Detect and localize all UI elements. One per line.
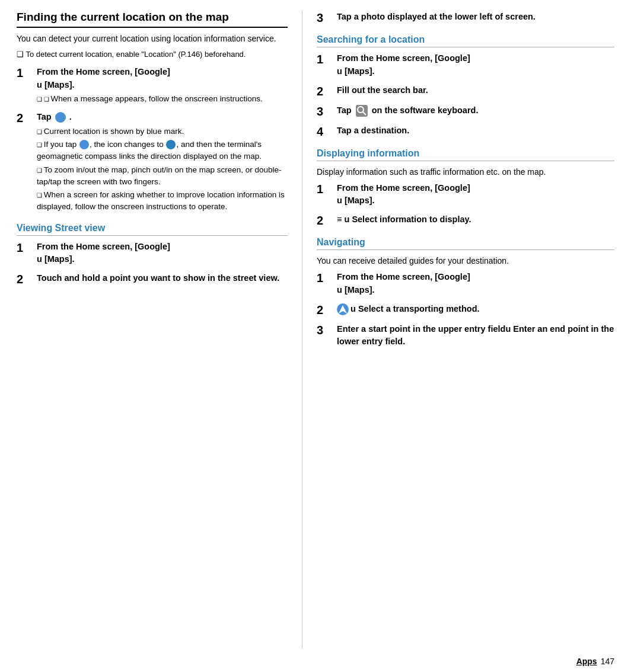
step-1-num: 1 — [17, 66, 33, 80]
locate-icon — [55, 112, 66, 123]
intro-para-1: You can detect your current location usi… — [17, 33, 288, 45]
left-column: Finding the current location on the map … — [0, 11, 302, 648]
search-step-3-content: Tap on the software keyboard. — [337, 104, 478, 117]
step-1-block: 1 From the Home screen, [Google]u [Maps]… — [17, 66, 288, 105]
search-step-1-num: 1 — [317, 52, 333, 66]
searching-divider — [317, 47, 614, 47]
sv-step-2-content: Touch and hold a point you want to show … — [37, 272, 279, 285]
svg-line-1 — [363, 112, 366, 115]
svg-marker-2 — [339, 305, 347, 313]
compass-icon — [166, 140, 176, 149]
search-step-4-block: 4 Tap a destination. — [317, 124, 614, 139]
tap-photo-num: 3 — [317, 11, 333, 25]
disp-step-1-num: 1 — [317, 182, 333, 196]
navigating-intro: You can receive detailed guides for your… — [317, 255, 614, 267]
right-column: 3 Tap a photo displayed at the lower lef… — [302, 11, 631, 648]
disp-step-2-block: 2 ≡ u Select information to display. — [317, 213, 614, 228]
search-step-2-content: Fill out the search bar. — [337, 84, 428, 97]
main-heading: Finding the current location on the map — [17, 11, 288, 24]
search-icon-inline — [356, 105, 368, 117]
navigating-heading: Navigating — [317, 237, 614, 248]
nav-step-2-content: u Select a transporting method. — [337, 303, 480, 316]
disp-step-2-num: 2 — [317, 213, 333, 228]
displaying-divider — [317, 161, 614, 161]
searching-heading: Searching for a location — [317, 34, 614, 45]
search-step-3-num: 3 — [317, 104, 333, 119]
displaying-intro: Display information such as traffic info… — [317, 166, 614, 178]
step-2-num: 2 — [17, 111, 33, 125]
sv-step-1-block: 1 From the Home screen, [Google]u [Maps]… — [17, 241, 288, 267]
nav-step-3-num: 3 — [317, 323, 333, 337]
search-step-4-num: 4 — [317, 124, 333, 139]
search-step-2-block: 2 Fill out the search bar. — [317, 84, 614, 98]
sv-step-1-num: 1 — [17, 241, 33, 255]
main-divider — [17, 27, 288, 28]
nav-step-3-block: 3 Enter a start point in the upper entry… — [317, 323, 614, 349]
search-step-2-num: 2 — [317, 84, 333, 98]
nav-step-2-num: 2 — [317, 303, 333, 317]
search-step-1-content: From the Home screen, [Google]u [Maps]. — [337, 52, 470, 78]
step-2-content: Tap . ❑ Current location is shown by blu… — [37, 111, 288, 213]
nav-step-3-content: Enter a start point in the upper entry f… — [337, 323, 614, 349]
intro-note-1: ❑ To detect current location, enable "Lo… — [17, 49, 288, 60]
displaying-heading: Displaying information — [317, 148, 614, 159]
navigating-divider — [317, 249, 614, 250]
street-view-heading: Viewing Street view — [17, 223, 288, 233]
step-1-content: From the Home screen, [Google]u [Maps]. … — [37, 66, 263, 105]
search-step-3-block: 3 Tap on the software keyboard. — [317, 104, 614, 119]
search-step-1-block: 1 From the Home screen, [Google]u [Maps]… — [317, 52, 614, 78]
nav-step-1-block: 1 From the Home screen, [Google]u [Maps]… — [317, 271, 614, 297]
disp-step-2-content: ≡ u Select information to display. — [337, 213, 471, 226]
sv-step-2-block: 2 Touch and hold a point you want to sho… — [17, 272, 288, 286]
footer-apps-label: Apps — [576, 657, 597, 666]
nav-icon-inline — [337, 303, 349, 315]
tap-photo-content: Tap a photo displayed at the lower left … — [337, 11, 536, 24]
search-step-4-content: Tap a destination. — [337, 124, 409, 137]
page-footer: Apps 147 — [576, 657, 614, 666]
nav-step-1-num: 1 — [317, 271, 333, 285]
street-view-divider — [17, 235, 288, 236]
disp-step-1-content: From the Home screen, [Google]u [Maps]. — [337, 182, 470, 208]
locate-icon-2 — [79, 140, 89, 149]
tap-photo-block: 3 Tap a photo displayed at the lower lef… — [317, 11, 614, 25]
sv-step-1-content: From the Home screen, [Google]u [Maps]. — [37, 241, 170, 267]
step-2-block: 2 Tap . ❑ Current location is shown by b… — [17, 111, 288, 213]
sv-step-2-num: 2 — [17, 272, 33, 286]
nav-step-1-content: From the Home screen, [Google]u [Maps]. — [337, 271, 470, 297]
nav-step-2-block: 2 u Select a transporting method. — [317, 303, 614, 317]
svg-point-0 — [358, 107, 364, 113]
disp-step-1-block: 1 From the Home screen, [Google]u [Maps]… — [317, 182, 614, 208]
footer-page-number: 147 — [601, 657, 614, 666]
